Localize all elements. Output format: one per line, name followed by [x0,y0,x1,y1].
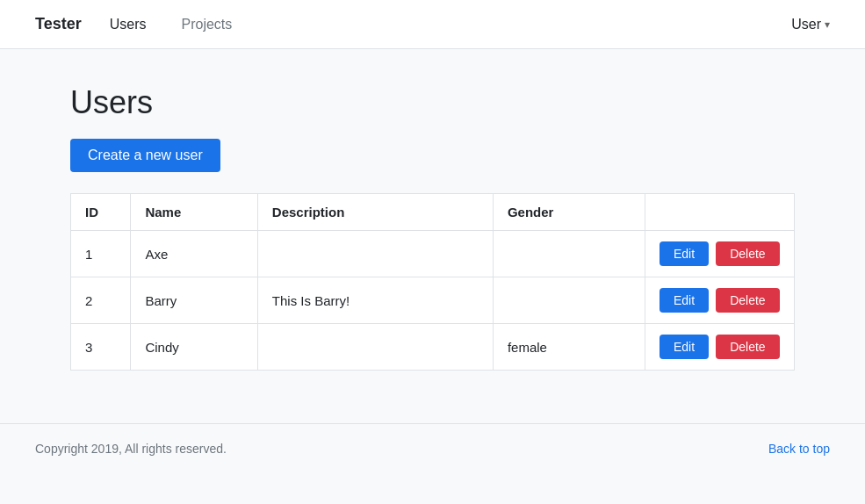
col-header-description: Description [257,194,493,231]
cell-gender: female [493,324,645,371]
cell-gender [493,231,645,277]
col-header-name: Name [131,194,257,231]
navbar-brand[interactable]: Tester [35,15,82,33]
table-row: 2 Barry This Is Barry! Edit Delete [71,277,795,324]
user-menu[interactable]: User ▾ [791,17,830,32]
col-header-id: ID [71,194,131,231]
table-header-row: ID Name Description Gender [71,194,795,231]
delete-button[interactable]: Delete [716,241,779,266]
footer: Copyright 2019, All rights reserved. Bac… [0,423,865,473]
cell-id: 2 [71,277,131,324]
col-header-gender: Gender [493,194,645,231]
footer-copyright: Copyright 2019, All rights reserved. [35,442,227,456]
table-row: 1 Axe Edit Delete [71,231,795,277]
cell-actions: Edit Delete [645,231,795,277]
edit-button[interactable]: Edit [660,288,709,313]
nav-link-users[interactable]: Users [103,13,154,36]
nav-link-projects[interactable]: Projects [174,13,239,36]
user-menu-label: User [791,17,821,32]
navbar: Tester Users Projects User ▾ [0,0,865,49]
cell-gender [493,277,645,324]
delete-button[interactable]: Delete [716,288,779,313]
cell-id: 1 [71,231,131,277]
users-table: ID Name Description Gender 1 Axe [70,193,795,371]
cell-description: This Is Barry! [257,277,493,324]
col-header-actions [645,194,795,231]
edit-button[interactable]: Edit [660,335,709,359]
delete-button[interactable]: Delete [716,335,779,359]
chevron-down-icon: ▾ [825,18,830,31]
create-user-button[interactable]: Create a new user [70,139,220,172]
cell-actions: Edit Delete [645,277,795,324]
back-to-top-link[interactable]: Back to top [768,442,830,456]
cell-name: Barry [131,277,257,324]
page-title: Users [70,84,795,121]
cell-name: Axe [131,231,257,277]
cell-id: 3 [71,324,131,371]
edit-button[interactable]: Edit [660,241,709,266]
cell-description [257,324,493,371]
cell-name: Cindy [131,324,257,371]
cell-actions: Edit Delete [645,324,795,371]
table-row: 3 Cindy female Edit Delete [71,324,795,371]
main-content: Users Create a new user ID Name Descript… [35,49,830,371]
cell-description [257,231,493,277]
